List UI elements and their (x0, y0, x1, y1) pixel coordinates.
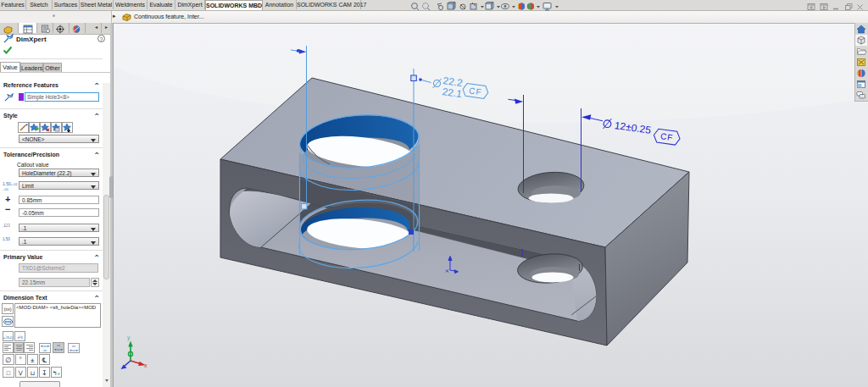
svg-text:x: x (144, 362, 147, 368)
svg-text:y: y (127, 334, 131, 341)
svg-text:CF: CF (659, 131, 674, 142)
svg-text:CF: CF (469, 86, 483, 97)
